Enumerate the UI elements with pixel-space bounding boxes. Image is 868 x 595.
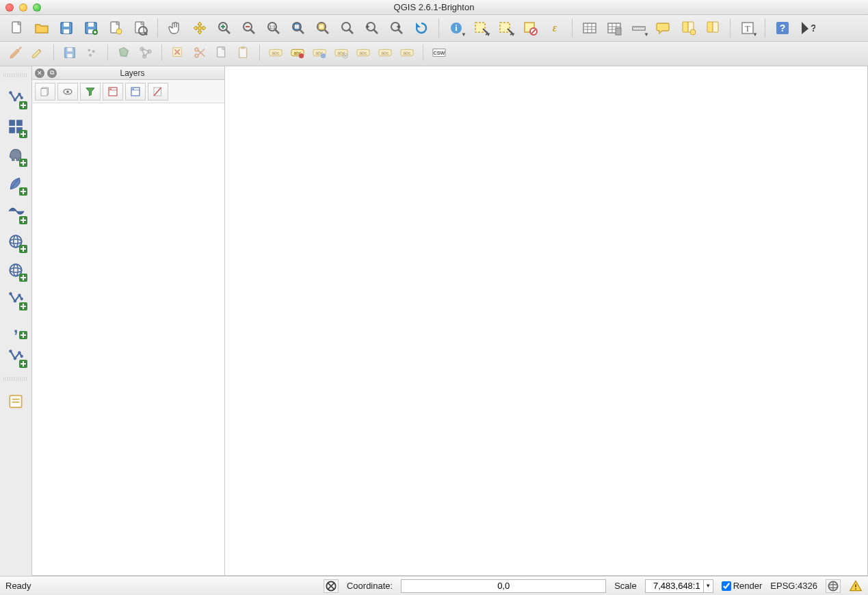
svg-point-97 <box>344 55 346 57</box>
scale-dropdown-button[interactable]: ▼ <box>703 580 713 592</box>
svg-text:,: , <box>14 319 18 336</box>
svg-rect-73 <box>67 54 72 58</box>
field-calculator-button[interactable] <box>603 17 626 39</box>
add-wfs-layer-button[interactable] <box>5 288 27 310</box>
open-attribute-table-icon <box>581 20 598 36</box>
collapse-all-button[interactable] <box>125 83 146 101</box>
new-bookmark-button[interactable] <box>676 17 700 39</box>
whats-this-button[interactable]: ? <box>795 17 819 39</box>
map-canvas[interactable] <box>225 66 868 576</box>
svg-rect-84 <box>239 48 247 58</box>
svg-line-14 <box>226 29 230 34</box>
zoom-full-button[interactable] <box>287 17 310 39</box>
refresh-button[interactable] <box>410 17 433 39</box>
zoom-last-icon <box>364 20 380 36</box>
add-virtual-layer-button[interactable] <box>5 345 27 367</box>
svg-point-116 <box>10 239 21 244</box>
svg-line-32 <box>373 29 378 34</box>
csw-button[interactable]: CSW <box>429 43 449 62</box>
svg-rect-111 <box>16 120 23 126</box>
scale-selector[interactable]: ▼ <box>645 579 713 593</box>
zoom-last-button[interactable] <box>360 17 384 39</box>
paste-features-button <box>233 43 254 62</box>
svg-line-21 <box>275 29 279 34</box>
zoom-native-button[interactable]: 1:1 <box>262 17 285 39</box>
svg-point-109 <box>21 96 23 99</box>
svg-text:abc: abc <box>403 51 411 55</box>
crs-button[interactable] <box>826 579 841 593</box>
svg-text:?: ? <box>780 23 786 34</box>
scale-input[interactable] <box>646 580 703 592</box>
toggle-extents-button[interactable] <box>324 579 339 593</box>
remove-layer-button[interactable] <box>148 83 168 101</box>
undock-panel-button[interactable]: ⧉ <box>47 68 57 78</box>
add-wms-layer-button[interactable] <box>5 230 27 252</box>
zoom-out-button[interactable] <box>237 17 261 39</box>
zoom-in-button[interactable] <box>213 17 236 39</box>
label-change-icon: abc <box>399 45 415 60</box>
select-by-expression-button[interactable]: ▼ <box>494 17 517 39</box>
add-group-button[interactable] <box>57 83 78 101</box>
zoom-to-selection-button[interactable] <box>311 17 334 39</box>
svg-rect-72 <box>67 48 72 52</box>
expand-all-button[interactable] <box>103 83 123 101</box>
plus-badge-icon <box>19 274 27 282</box>
new-project-button[interactable] <box>5 17 29 39</box>
show-bookmarks-button[interactable] <box>701 17 724 39</box>
add-group-icon <box>62 85 74 98</box>
coordinate-input[interactable] <box>401 579 606 593</box>
zoom-next-icon <box>389 20 405 36</box>
messages-button[interactable] <box>849 579 863 593</box>
svg-text:abc: abc <box>359 51 367 55</box>
collapse-all-icon <box>129 85 142 98</box>
layer-styling-button[interactable] <box>35 83 55 101</box>
layer-styling-icon <box>39 85 51 98</box>
measure-button[interactable]: ▼ <box>627 17 650 39</box>
save-project-as-button[interactable] <box>79 17 103 39</box>
add-raster-layer-button[interactable] <box>5 116 27 137</box>
open-attribute-table-button[interactable] <box>578 17 601 39</box>
identify-button[interactable]: i▼ <box>445 17 468 39</box>
pan-button[interactable] <box>163 17 187 39</box>
zoom-window-button[interactable] <box>33 3 41 12</box>
zoom-next-button[interactable] <box>385 17 408 39</box>
add-wcs-layer-button[interactable] <box>5 259 27 281</box>
zoom-to-layer-button[interactable] <box>336 17 359 39</box>
svg-rect-53 <box>616 28 621 35</box>
text-annotation-button[interactable]: T▼ <box>736 17 759 39</box>
svg-line-70 <box>10 47 22 59</box>
new-shapefile-button[interactable] <box>5 391 27 412</box>
new-print-composer-button[interactable] <box>104 17 127 39</box>
layers-tree[interactable] <box>32 103 224 575</box>
pan-to-selection-button[interactable] <box>188 17 211 39</box>
add-delimited-text-button[interactable]: , <box>5 317 27 339</box>
cut-features-button <box>189 43 210 62</box>
plus-badge-icon <box>19 101 27 109</box>
add-postgis-layer-button[interactable] <box>5 144 27 166</box>
select-button[interactable]: ▼ <box>469 17 492 39</box>
editing-toolbar: abcabcabcabcabcabcabcCSW <box>0 42 868 66</box>
add-spatialite-layer-button[interactable] <box>5 173 27 195</box>
add-mssql-layer-button[interactable] <box>5 202 27 224</box>
filter-legend-button[interactable] <box>80 83 101 101</box>
svg-rect-64 <box>713 22 718 32</box>
render-checkbox[interactable]: Render <box>722 581 763 591</box>
expression-button[interactable]: ε <box>543 17 566 39</box>
label-highlight-button[interactable]: abc <box>287 43 308 62</box>
svg-rect-60 <box>683 22 688 32</box>
close-panel-button[interactable]: ✕ <box>35 68 44 78</box>
close-window-button[interactable] <box>5 3 14 12</box>
svg-line-27 <box>324 29 328 34</box>
composer-manager-button[interactable] <box>129 17 152 39</box>
minimize-window-button[interactable] <box>19 3 27 12</box>
help-button[interactable]: ? <box>771 17 794 39</box>
open-project-button[interactable] <box>30 17 53 39</box>
add-vector-layer-button[interactable] <box>5 87 27 109</box>
save-project-button[interactable] <box>55 17 78 39</box>
svg-rect-149 <box>855 584 856 587</box>
open-project-icon <box>34 20 50 36</box>
label-rotate-button: abc <box>375 43 395 62</box>
map-tips-button[interactable] <box>652 17 675 39</box>
move-feature-button <box>114 43 134 62</box>
deselect-button[interactable] <box>518 17 542 39</box>
